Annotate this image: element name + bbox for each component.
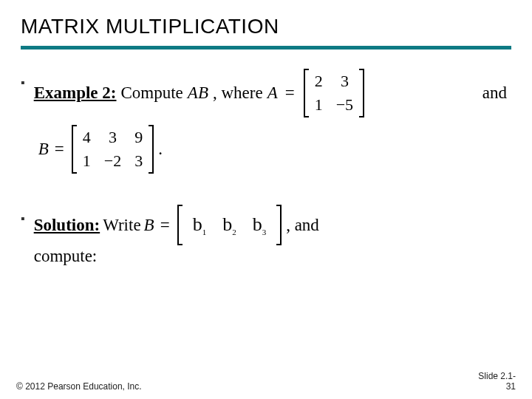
solution-line-2: compute: — [34, 247, 511, 266]
var-A: A — [267, 83, 278, 103]
cell: 3 — [134, 151, 143, 171]
var-B: B — [144, 216, 154, 235]
bullet-example: ▪ Example 2: Compute AB , where A = 2 3 … — [21, 69, 511, 174]
cell: 1 — [83, 151, 91, 171]
matrix-B: 4 3 9 1 −2 3 — [72, 125, 154, 174]
example-line-2: B = 4 3 9 1 −2 3 . — [34, 125, 511, 174]
cell: 4 — [83, 128, 91, 147]
bullet-content: Solution: Write B = b1 b2 b3 , and — [34, 205, 511, 266]
bullet-marker: ▪ — [21, 205, 25, 230]
bullet-solution: ▪ Solution: Write B = b1 b2 b3 — [21, 205, 511, 266]
col-b2: b2 — [222, 214, 236, 236]
cell: −5 — [336, 95, 353, 115]
solution-line-1: Solution: Write B = b1 b2 b3 , and — [34, 205, 511, 245]
text-and: and — [482, 83, 511, 103]
bullet-content: Example 2: Compute AB , where A = 2 3 1 … — [34, 69, 511, 174]
col-b3: b3 — [253, 214, 267, 236]
text: Compute — [120, 83, 183, 103]
page-title: MATRIX MULTIPLICATION — [21, 15, 511, 38]
cell: 1 — [315, 95, 323, 115]
text: , where — [213, 83, 263, 103]
example-line-1: Example 2: Compute AB , where A = 2 3 1 … — [34, 69, 511, 117]
bullet-marker: ▪ — [21, 69, 25, 94]
copyright: © 2012 Pearson Education, Inc. — [16, 381, 142, 392]
var-B: B — [38, 140, 49, 159]
header: MATRIX MULTIPLICATION — [0, 0, 532, 43]
footer: © 2012 Pearson Education, Inc. Slide 2.1… — [0, 371, 532, 392]
slide-number-prefix: Slide 2.1- — [478, 371, 516, 381]
var-AB: AB — [188, 83, 208, 103]
solution-label: Solution: — [34, 216, 100, 235]
slide-number-value: 31 — [478, 381, 516, 392]
text-trail: , and — [286, 216, 319, 235]
equals: = — [52, 140, 67, 159]
equals: = — [157, 216, 173, 235]
text: Write — [103, 216, 140, 235]
cell: 3 — [336, 72, 353, 91]
equals: = — [282, 83, 298, 103]
slide: MATRIX MULTIPLICATION ▪ Example 2: Compu… — [0, 0, 532, 399]
cell: 9 — [134, 128, 143, 147]
cell: 2 — [315, 72, 323, 91]
period: . — [158, 140, 163, 159]
slide-number: Slide 2.1- 31 — [478, 371, 516, 392]
slide-body: ▪ Example 2: Compute AB , where A = 2 3 … — [0, 50, 532, 266]
matrix-A: 2 3 1 −5 — [304, 69, 364, 117]
cell: 3 — [104, 128, 121, 147]
matrix-b-columns: b1 b2 b3 — [177, 205, 282, 245]
col-b1: b1 — [193, 214, 207, 236]
cell: −2 — [104, 151, 121, 171]
example-label: Example 2: — [34, 83, 117, 103]
